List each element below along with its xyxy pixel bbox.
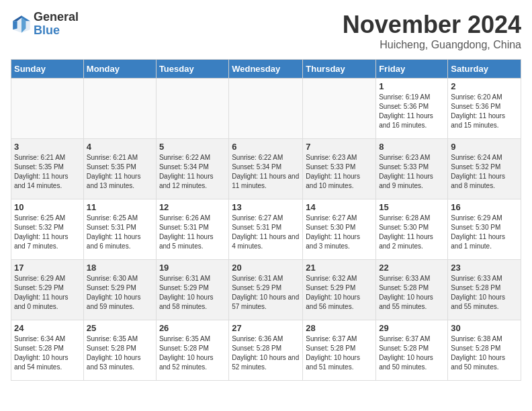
calendar-cell: 2Sunrise: 6:20 AM Sunset: 5:36 PM Daylig… [448,79,521,139]
calendar-cell [229,79,303,139]
logo-icon [11,13,32,35]
day-info: Sunrise: 6:37 AM Sunset: 5:28 PM Dayligh… [379,334,445,372]
day-info: Sunrise: 6:27 AM Sunset: 5:30 PM Dayligh… [306,214,373,251]
calendar-day-header: Friday [376,60,448,79]
day-number: 24 [14,323,81,333]
day-number: 30 [451,323,518,333]
day-number: 8 [379,142,445,152]
calendar-day-header: Monday [83,60,156,79]
calendar-cell: 28Sunrise: 6:37 AM Sunset: 5:28 PM Dayli… [303,320,376,381]
day-info: Sunrise: 6:29 AM Sunset: 5:30 PM Dayligh… [451,214,518,251]
day-info: Sunrise: 6:33 AM Sunset: 5:28 PM Dayligh… [451,274,518,312]
calendar-cell [83,79,156,139]
svg-marker-4 [13,21,17,30]
calendar-week-row: 3Sunrise: 6:21 AM Sunset: 5:35 PM Daylig… [11,139,521,199]
calendar-cell: 19Sunrise: 6:31 AM Sunset: 5:29 PM Dayli… [156,260,228,320]
page-header: General Blue November 2024 Huicheng, Gua… [11,11,521,51]
logo-blue: Blue [34,24,79,38]
month-title: November 2024 [343,11,521,39]
day-number: 2 [451,81,518,91]
calendar-cell: 29Sunrise: 6:37 AM Sunset: 5:28 PM Dayli… [376,320,448,381]
calendar-cell: 30Sunrise: 6:38 AM Sunset: 5:28 PM Dayli… [448,320,521,381]
calendar-cell: 10Sunrise: 6:25 AM Sunset: 5:32 PM Dayli… [11,199,84,260]
day-info: Sunrise: 6:37 AM Sunset: 5:28 PM Dayligh… [306,334,373,372]
calendar-cell: 15Sunrise: 6:28 AM Sunset: 5:30 PM Dayli… [376,199,448,260]
day-info: Sunrise: 6:35 AM Sunset: 5:28 PM Dayligh… [87,334,153,372]
calendar-cell: 16Sunrise: 6:29 AM Sunset: 5:30 PM Dayli… [448,199,521,260]
calendar-cell [11,79,84,139]
calendar-week-row: 1Sunrise: 6:19 AM Sunset: 5:36 PM Daylig… [11,79,521,139]
day-number: 17 [14,263,81,273]
calendar-day-header: Thursday [303,60,376,79]
calendar-cell: 26Sunrise: 6:35 AM Sunset: 5:28 PM Dayli… [156,320,228,381]
day-number: 19 [159,263,226,273]
calendar-cell: 23Sunrise: 6:33 AM Sunset: 5:28 PM Dayli… [448,260,521,320]
day-info: Sunrise: 6:22 AM Sunset: 5:34 PM Dayligh… [159,153,226,191]
calendar-cell: 18Sunrise: 6:30 AM Sunset: 5:29 PM Dayli… [83,260,156,320]
calendar-cell: 11Sunrise: 6:25 AM Sunset: 5:31 PM Dayli… [83,199,156,260]
calendar-day-header: Wednesday [229,60,303,79]
day-number: 22 [379,263,445,273]
location: Huicheng, Guangdong, China [343,39,521,51]
calendar-cell: 4Sunrise: 6:21 AM Sunset: 5:35 PM Daylig… [83,139,156,199]
day-info: Sunrise: 6:30 AM Sunset: 5:29 PM Dayligh… [87,274,153,312]
day-number: 9 [451,142,518,152]
day-info: Sunrise: 6:35 AM Sunset: 5:28 PM Dayligh… [159,334,226,372]
day-info: Sunrise: 6:19 AM Sunset: 5:36 PM Dayligh… [379,93,445,130]
calendar-cell [156,79,228,139]
day-number: 5 [159,142,226,152]
day-number: 28 [306,323,373,333]
calendar-cell: 8Sunrise: 6:23 AM Sunset: 5:33 PM Daylig… [376,139,448,199]
calendar-week-row: 24Sunrise: 6:34 AM Sunset: 5:28 PM Dayli… [11,320,521,381]
day-info: Sunrise: 6:31 AM Sunset: 5:29 PM Dayligh… [232,274,300,312]
logo-text: General Blue [34,11,79,38]
calendar-table: SundayMondayTuesdayWednesdayThursdayFrid… [11,59,521,381]
day-number: 10 [14,202,81,212]
calendar-cell: 27Sunrise: 6:36 AM Sunset: 5:28 PM Dayli… [229,320,303,381]
day-number: 25 [87,323,153,333]
calendar-week-row: 17Sunrise: 6:29 AM Sunset: 5:29 PM Dayli… [11,260,521,320]
calendar-cell: 7Sunrise: 6:23 AM Sunset: 5:33 PM Daylig… [303,139,376,199]
calendar-cell: 17Sunrise: 6:29 AM Sunset: 5:29 PM Dayli… [11,260,84,320]
day-info: Sunrise: 6:23 AM Sunset: 5:33 PM Dayligh… [379,153,445,191]
day-info: Sunrise: 6:38 AM Sunset: 5:28 PM Dayligh… [451,334,518,372]
day-number: 3 [14,142,81,152]
day-info: Sunrise: 6:25 AM Sunset: 5:32 PM Dayligh… [14,214,81,251]
day-number: 15 [379,202,445,212]
day-info: Sunrise: 6:22 AM Sunset: 5:34 PM Dayligh… [232,153,300,191]
day-info: Sunrise: 6:23 AM Sunset: 5:33 PM Dayligh… [306,153,373,191]
day-info: Sunrise: 6:21 AM Sunset: 5:35 PM Dayligh… [14,153,81,191]
day-number: 23 [451,263,518,273]
calendar-week-row: 10Sunrise: 6:25 AM Sunset: 5:32 PM Dayli… [11,199,521,260]
calendar-cell: 22Sunrise: 6:33 AM Sunset: 5:28 PM Dayli… [376,260,448,320]
day-info: Sunrise: 6:34 AM Sunset: 5:28 PM Dayligh… [14,334,81,372]
day-number: 14 [306,202,373,212]
logo: General Blue [11,11,79,38]
calendar-cell: 3Sunrise: 6:21 AM Sunset: 5:35 PM Daylig… [11,139,84,199]
calendar-cell: 5Sunrise: 6:22 AM Sunset: 5:34 PM Daylig… [156,139,228,199]
calendar-cell: 20Sunrise: 6:31 AM Sunset: 5:29 PM Dayli… [229,260,303,320]
day-number: 13 [232,202,300,212]
calendar-cell: 1Sunrise: 6:19 AM Sunset: 5:36 PM Daylig… [376,79,448,139]
day-number: 7 [306,142,373,152]
day-number: 26 [159,323,226,333]
calendar-cell: 24Sunrise: 6:34 AM Sunset: 5:28 PM Dayli… [11,320,84,381]
day-number: 4 [87,142,153,152]
calendar-cell: 9Sunrise: 6:24 AM Sunset: 5:32 PM Daylig… [448,139,521,199]
calendar-cell: 25Sunrise: 6:35 AM Sunset: 5:28 PM Dayli… [83,320,156,381]
day-number: 29 [379,323,445,333]
day-number: 16 [451,202,518,212]
day-info: Sunrise: 6:27 AM Sunset: 5:31 PM Dayligh… [232,214,300,251]
day-info: Sunrise: 6:26 AM Sunset: 5:31 PM Dayligh… [159,214,226,251]
calendar-cell [303,79,376,139]
day-number: 27 [232,323,300,333]
day-info: Sunrise: 6:28 AM Sunset: 5:30 PM Dayligh… [379,214,445,251]
day-number: 21 [306,263,373,273]
title-block: November 2024 Huicheng, Guangdong, China [343,11,521,51]
calendar-day-header: Saturday [448,60,521,79]
calendar-header-row: SundayMondayTuesdayWednesdayThursdayFrid… [11,60,521,79]
day-number: 6 [232,142,300,152]
calendar-cell: 21Sunrise: 6:32 AM Sunset: 5:29 PM Dayli… [303,260,376,320]
calendar-cell: 6Sunrise: 6:22 AM Sunset: 5:34 PM Daylig… [229,139,303,199]
day-info: Sunrise: 6:21 AM Sunset: 5:35 PM Dayligh… [87,153,153,191]
